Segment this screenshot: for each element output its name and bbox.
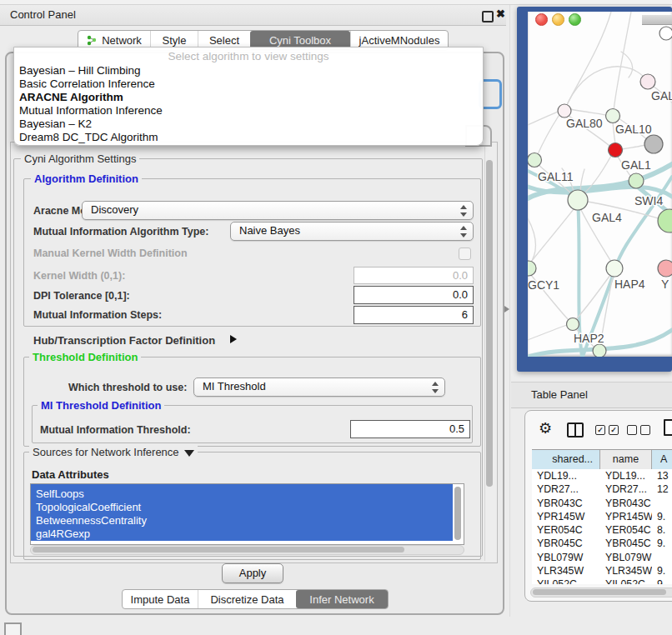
table-cell[interactable]: 9.	[652, 537, 672, 550]
mini-panel-icon[interactable]	[4, 622, 22, 635]
close-icon[interactable]: ✖	[496, 8, 505, 20]
table-row[interactable]: YBR043CYBR043C	[532, 497, 672, 510]
table-cell[interactable]: YDR27...	[600, 482, 652, 496]
algorithm-option[interactable]: Bayesian – Hill Climbing	[19, 64, 141, 77]
table-cell[interactable]: YDR27...	[532, 482, 600, 496]
network-node[interactable]	[609, 143, 623, 158]
table-cell[interactable]: YBL079W	[600, 551, 652, 564]
table-cell[interactable]: YPR145W	[600, 510, 652, 523]
table-cell[interactable]: YBR045C	[532, 537, 600, 550]
kernel-width-input[interactable]: 0.0	[354, 267, 474, 284]
attribute-item[interactable]: SelfLoops	[31, 488, 453, 501]
table-cell[interactable]: YBL079W	[532, 551, 600, 564]
zoom-traffic-light[interactable]	[569, 13, 581, 26]
list-scrollbar-thumb[interactable]	[454, 487, 461, 540]
column-header-shared-name[interactable]: shared...	[532, 450, 600, 469]
mi-threshold-input[interactable]: 0.5	[350, 420, 470, 438]
column-header-name[interactable]: name	[600, 450, 652, 469]
dpi-tolerance-input[interactable]: 0.0	[354, 286, 474, 304]
table-row[interactable]: YDL19...YDL19...13	[532, 469, 672, 482]
which-threshold-select[interactable]: MI Threshold	[193, 378, 445, 397]
algorithm-option[interactable]: Basic Correlation Inference	[19, 78, 155, 90]
table-cell[interactable]: 9.	[652, 564, 672, 578]
table-cell[interactable]: YBR045C	[600, 537, 652, 550]
apply-button[interactable]: Apply	[222, 563, 283, 583]
data-attributes-list[interactable]: SelfLoopsTopologicalCoefficientBetweenne…	[30, 483, 464, 545]
column-header-partial[interactable]: A	[652, 450, 672, 469]
network-node[interactable]	[658, 260, 672, 277]
list-hscrollbar[interactable]	[30, 545, 464, 555]
table-cell[interactable]: YER054C	[600, 523, 652, 537]
table-cell[interactable]: YDL19...	[532, 469, 600, 482]
table-cell[interactable]: YPR145W	[532, 510, 600, 523]
table-cell[interactable]: 8.	[652, 523, 672, 537]
tab-infer-network[interactable]: Infer Network	[296, 590, 388, 608]
mi-steps-input[interactable]: 6	[354, 306, 474, 324]
table-row[interactable]: YBR045CYBR045C9.	[532, 537, 672, 550]
network-node[interactable]	[528, 153, 542, 168]
table-row[interactable]: YBL079WYBL079W	[532, 551, 672, 564]
close-traffic-light[interactable]	[535, 13, 548, 26]
table-row[interactable]: YIL052CYIL052C9	[532, 578, 672, 584]
network-node[interactable]	[558, 104, 571, 118]
attribute-item[interactable]: TopologicalCoefficient	[31, 501, 453, 514]
mi-type-select[interactable]: Naive Bayes	[230, 222, 474, 241]
gear-icon[interactable]: ⚙	[539, 419, 552, 438]
network-node[interactable]	[659, 27, 672, 40]
table-hscrollbar[interactable]	[530, 588, 672, 598]
network-node[interactable]	[644, 135, 663, 153]
algorithm-dropdown[interactable]: Select algorithm to view settings Bayesi…	[13, 47, 484, 146]
table-cell[interactable]: YER054C	[532, 523, 600, 537]
network-node[interactable]	[658, 209, 672, 232]
table-cell[interactable]: YBR043C	[532, 497, 600, 510]
group-title: Cyni Algorithm Settings	[21, 152, 139, 165]
table-cell[interactable]: 9.	[652, 510, 672, 523]
minimize-traffic-light[interactable]	[552, 13, 564, 26]
table-hscrollbar-thumb[interactable]	[533, 589, 666, 595]
algorithm-option[interactable]: Dream8 DC_TDC Algorithm	[19, 131, 158, 143]
table-cell[interactable]	[652, 497, 672, 510]
table-cell[interactable]: YIL052C	[600, 578, 652, 584]
table-row[interactable]: YER054CYER054C8.	[532, 523, 672, 537]
tab-discretize-data[interactable]: Discretize Data	[198, 590, 296, 608]
algorithm-option[interactable]: Mutual Information Inference	[19, 104, 163, 117]
network-node[interactable]	[640, 74, 655, 89]
columns-icon[interactable]	[567, 422, 584, 438]
table-cell[interactable]: YLR345W	[532, 564, 600, 578]
panel-divider-line	[509, 5, 510, 617]
table-cell[interactable]: YLR345W	[600, 564, 652, 578]
network-node[interactable]	[567, 318, 579, 331]
deselect-all-checks-icon[interactable]	[627, 425, 650, 435]
network-node[interactable]	[528, 261, 536, 276]
float-panel-icon[interactable]	[482, 11, 494, 22]
table-row[interactable]: YDR27...YDR27...12	[532, 482, 672, 496]
aracne-mode-select[interactable]: Discovery	[82, 201, 474, 220]
network-node[interactable]	[629, 173, 644, 188]
network-canvas[interactable]: GALGAL80GAL10GAL1GAL11SWI4GAL4GCY1HAP4YH…	[528, 12, 672, 357]
network-node[interactable]	[593, 344, 606, 357]
table-row[interactable]: YLR345WYLR345W9.	[532, 564, 672, 578]
attribute-item[interactable]: gal4RGexp	[31, 528, 453, 541]
table-row[interactable]: YPR145WYPR145W9.	[532, 510, 672, 523]
expand-arrow-icon[interactable]	[230, 335, 237, 343]
table-cell[interactable]: YDL19...	[600, 469, 652, 482]
algorithm-option[interactable]: Bayesian – K2	[19, 118, 92, 130]
splitter-handle[interactable]	[504, 306, 509, 312]
network-node[interactable]	[606, 260, 623, 277]
page-icon[interactable]	[664, 419, 672, 436]
table-cell[interactable]: 12	[652, 482, 672, 496]
manual-kernel-checkbox[interactable]	[459, 248, 471, 260]
select-all-checks-icon[interactable]: ✓✓	[595, 425, 619, 435]
network-node[interactable]	[568, 190, 588, 210]
network-node[interactable]	[606, 109, 620, 123]
attribute-item[interactable]: BetweennessCentrality	[31, 514, 453, 528]
table-cell[interactable]: YIL052C	[532, 578, 600, 584]
table-cell[interactable]: YBR043C	[600, 497, 652, 510]
table-cell[interactable]: 13	[652, 469, 672, 482]
algorithm-option[interactable]: ARACNE Algorithm	[19, 91, 123, 103]
table-cell[interactable]	[652, 551, 672, 564]
table-cell[interactable]: 9	[652, 578, 672, 584]
settings-scrollbar-thumb[interactable]	[486, 160, 493, 487]
tab-impute-data[interactable]: Impute Data	[123, 590, 198, 608]
list-hscrollbar-thumb[interactable]	[33, 547, 404, 552]
